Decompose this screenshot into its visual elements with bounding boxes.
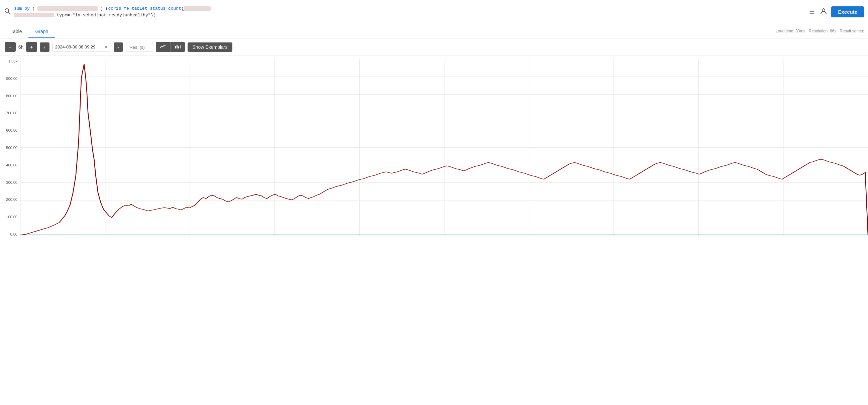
chart-area: 0.00 100.00 200.00 300.00 400.00 500.00 …: [0, 56, 868, 246]
y-label-300: 300.00: [6, 180, 18, 184]
prev-button[interactable]: ‹: [40, 42, 50, 52]
next-button[interactable]: ›: [114, 42, 123, 52]
controls-bar: − 6h + ‹ ✕ › Show Exemplars: [0, 38, 868, 56]
res-input-wrap: [126, 43, 153, 52]
y-label-600: 600.00: [6, 128, 18, 132]
y-label-900: 900.00: [6, 76, 18, 80]
tab-graph[interactable]: Graph: [28, 26, 55, 38]
datetime-input[interactable]: [55, 44, 102, 49]
svg-rect-5: [178, 46, 179, 48]
list-icon-button[interactable]: ☰: [808, 7, 816, 17]
clear-datetime-button[interactable]: ✕: [104, 44, 108, 50]
y-axis: 0.00 100.00 200.00 300.00 400.00 500.00 …: [0, 59, 20, 236]
line-chart-button[interactable]: [156, 42, 170, 52]
y-label-0: 0.00: [10, 232, 18, 236]
y-label-500: 500.00: [6, 146, 18, 150]
query-bar: sum by ( ) (doris_fe_tablet_status_count…: [0, 0, 868, 24]
svg-rect-3: [175, 46, 176, 48]
minus-button[interactable]: −: [5, 42, 16, 52]
user-icon-button[interactable]: [818, 6, 829, 18]
meta-info: Load time: 83ms Resolution: 86s Result s…: [776, 29, 864, 35]
bar-chart-button[interactable]: [170, 42, 185, 52]
y-label-700: 700.00: [6, 111, 18, 115]
y-label-100: 100.00: [6, 215, 18, 219]
duration-label: 6h: [19, 44, 24, 50]
toolbar-icons: ☰ Execute: [808, 6, 864, 18]
execute-button[interactable]: Execute: [831, 6, 864, 18]
y-label-200: 200.00: [6, 198, 18, 202]
svg-rect-4: [177, 45, 178, 48]
y-label-800: 800.00: [6, 94, 18, 98]
svg-line-1: [8, 12, 10, 14]
plus-button[interactable]: +: [26, 42, 37, 52]
tabs: Table Graph: [4, 26, 55, 38]
svg-point-2: [822, 9, 825, 11]
chart-canvas: [20, 59, 868, 236]
res-input[interactable]: [129, 45, 150, 50]
load-time: Load time: 83ms: [776, 29, 805, 33]
y-label-1k: 1.00k: [8, 59, 18, 63]
y-label-400: 400.00: [6, 163, 18, 167]
datetime-wrap: ✕: [52, 43, 111, 52]
result-series: Result series:: [840, 29, 864, 33]
tab-bar: Table Graph Load time: 83ms Resolution: …: [0, 24, 868, 38]
query-text[interactable]: sum by ( ) (doris_fe_tablet_status_count…: [14, 5, 804, 19]
svg-rect-6: [180, 45, 181, 48]
chart-svg: [21, 59, 868, 236]
resolution: Resolution: 86s: [809, 29, 837, 33]
tab-table[interactable]: Table: [4, 26, 28, 38]
view-toggle: [156, 42, 185, 52]
show-exemplars-button[interactable]: Show Exemplars: [188, 42, 232, 52]
search-icon: [4, 8, 11, 16]
